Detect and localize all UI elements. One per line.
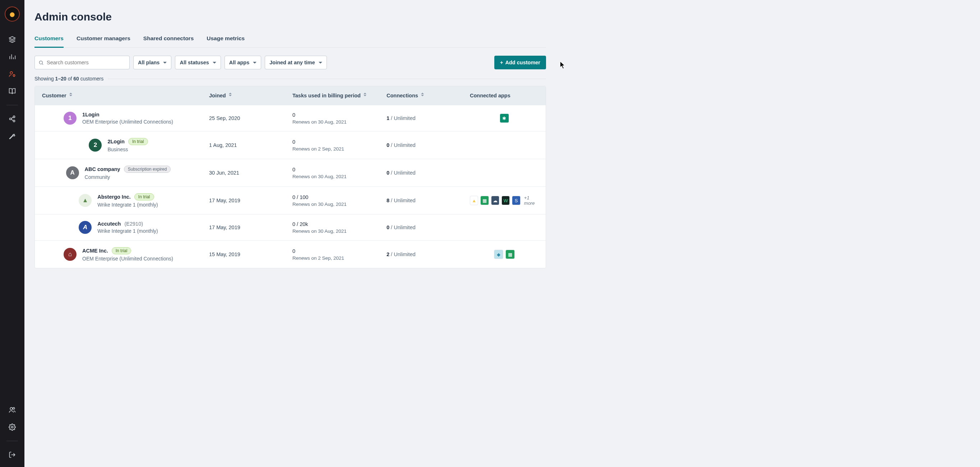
tasks-cell: 0Renews on 30 Aug, 2021 — [285, 105, 379, 131]
status-badge: In trial — [128, 138, 148, 145]
apps-cell — [463, 159, 546, 186]
tab-shared-connectors[interactable]: Shared connectors — [143, 32, 194, 48]
customer-cell: 11LoginOEM Enterprise (Unlimited Connect… — [35, 105, 202, 131]
svg-point-16 — [40, 61, 43, 64]
search-input-wrap[interactable] — [35, 56, 130, 69]
chevron-down-icon — [163, 62, 167, 64]
filter-plans-label: All plans — [138, 60, 159, 65]
connections-cell: 2 / Unlimited — [379, 241, 463, 268]
table-row[interactable]: 22LoginIn trialBusiness1 Aug, 20210Renew… — [35, 131, 546, 159]
svg-point-8 — [10, 118, 11, 120]
more-apps-link[interactable]: +1 more — [524, 195, 539, 206]
app-icon: ▲ — [470, 196, 478, 205]
customer-name: ACME Inc. — [82, 248, 108, 254]
customer-plan: Wrike Integrate 1 (monthly) — [97, 228, 158, 234]
svg-line-10 — [11, 119, 13, 120]
joined-cell: 1 Aug, 2021 — [202, 132, 285, 159]
joined-cell: 25 Sep, 2020 — [202, 105, 285, 131]
svg-point-9 — [13, 120, 15, 122]
app-icon: W — [501, 196, 510, 205]
nav-divider — [6, 105, 18, 105]
status-badge: In trial — [134, 193, 154, 200]
nav-settings-icon[interactable] — [9, 424, 16, 431]
app-icon: ◆ — [494, 250, 503, 259]
tasks-cell: 0Renews on 2 Sep, 2021 — [285, 132, 379, 159]
customer-cell: AABC companySubscription expiredCommunit… — [35, 159, 202, 186]
col-joined[interactable]: Joined — [202, 86, 285, 105]
filter-apps[interactable]: All apps — [224, 56, 261, 69]
nav-logout-icon[interactable] — [9, 451, 16, 458]
avatar: A — [66, 166, 79, 179]
filter-joined[interactable]: Joined at any time — [265, 56, 327, 69]
app-icon: ☁ — [491, 196, 500, 205]
nav-divider-bottom — [6, 441, 18, 441]
svg-point-7 — [13, 116, 15, 118]
joined-cell: 30 Jun, 2021 — [202, 159, 285, 186]
avatar: 1 — [64, 112, 76, 125]
avatar: A — [79, 221, 92, 234]
tasks-cell: 0 / 100Renews on 30 Aug, 2021 — [285, 187, 379, 214]
connections-cell: 0 / Unlimited — [379, 214, 463, 240]
table-row[interactable]: ▲Abstergo Inc.In trialWrike Integrate 1 … — [35, 186, 546, 214]
table-row[interactable]: ⌂ACME Inc.In trialOEM Enterprise (Unlimi… — [35, 240, 546, 268]
connections-cell: 0 / Unlimited — [379, 132, 463, 159]
add-customer-button[interactable]: +Add customer — [494, 56, 546, 69]
customer-cell: AAccutech (E2910)Wrike Integrate 1 (mont… — [35, 214, 202, 240]
svg-marker-0 — [10, 37, 16, 40]
svg-line-17 — [42, 64, 43, 65]
apps-cell: ◆▦ — [463, 241, 546, 268]
svg-point-13 — [13, 407, 15, 409]
svg-point-6 — [13, 75, 15, 76]
table-row[interactable]: AAccutech (E2910)Wrike Integrate 1 (mont… — [35, 214, 546, 240]
customer-plan: OEM Enterprise (Unlimited Connections) — [82, 256, 173, 262]
search-input[interactable] — [47, 60, 126, 65]
app-icon: ▦ — [480, 196, 488, 205]
tab-customers[interactable]: Customers — [35, 32, 64, 48]
nav-share-icon[interactable] — [9, 115, 16, 122]
avatar: ▲ — [79, 194, 92, 207]
filter-statuses[interactable]: All statuses — [175, 56, 221, 69]
toolbar: All plans All statuses All apps Joined a… — [35, 56, 546, 69]
col-connections[interactable]: Connections — [379, 86, 463, 105]
apps-cell — [463, 132, 546, 159]
sidebar — [0, 0, 24, 467]
cursor-icon — [560, 61, 566, 70]
nav-chart-icon[interactable] — [9, 53, 16, 60]
customer-name: 2Login — [107, 139, 125, 145]
joined-cell: 17 May, 2019 — [202, 187, 285, 214]
app-icon: S — [512, 196, 520, 205]
filter-plans[interactable]: All plans — [133, 56, 171, 69]
nav-user-settings-icon[interactable] — [9, 70, 16, 78]
tab-usage-metrics[interactable]: Usage metrics — [207, 32, 245, 48]
nav-team-icon[interactable] — [9, 406, 16, 413]
apps-cell — [463, 214, 546, 240]
customers-table: Customer Joined Tasks used in billing pe… — [35, 86, 546, 268]
tasks-cell: 0Renews on 30 Aug, 2021 — [285, 159, 379, 186]
svg-point-5 — [10, 71, 13, 74]
customer-name: ABC company — [85, 166, 120, 172]
plus-icon: + — [500, 60, 503, 65]
app-icon: ▦ — [506, 250, 515, 259]
col-connected-apps: Connected apps — [463, 86, 546, 105]
nav-book-icon[interactable] — [9, 87, 16, 95]
col-customer[interactable]: Customer — [35, 86, 202, 105]
filter-apps-label: All apps — [229, 60, 249, 65]
customer-plan: Business — [107, 146, 148, 152]
col-tasks[interactable]: Tasks used in billing period — [285, 86, 379, 105]
table-row[interactable]: 11LoginOEM Enterprise (Unlimited Connect… — [35, 105, 546, 131]
svg-point-12 — [10, 407, 13, 410]
status-badge: In trial — [112, 247, 132, 254]
table-row[interactable]: AABC companySubscription expiredCommunit… — [35, 159, 546, 186]
filter-joined-label: Joined at any time — [269, 60, 315, 65]
chevron-down-icon — [319, 62, 322, 64]
tasks-cell: 0 / 20kRenews on 30 Aug, 2021 — [285, 214, 379, 240]
connections-cell: 1 / Unlimited — [379, 105, 463, 131]
customer-code: (E2910) — [124, 221, 143, 227]
nav-layers-icon[interactable] — [9, 36, 16, 43]
tab-customer-managers[interactable]: Customer managers — [76, 32, 130, 48]
avatar: 2 — [89, 139, 102, 152]
chevron-down-icon — [253, 62, 256, 64]
status-badge: Subscription expired — [124, 165, 171, 173]
connections-cell: 0 / Unlimited — [379, 159, 463, 186]
nav-wrench-icon[interactable] — [9, 133, 16, 140]
